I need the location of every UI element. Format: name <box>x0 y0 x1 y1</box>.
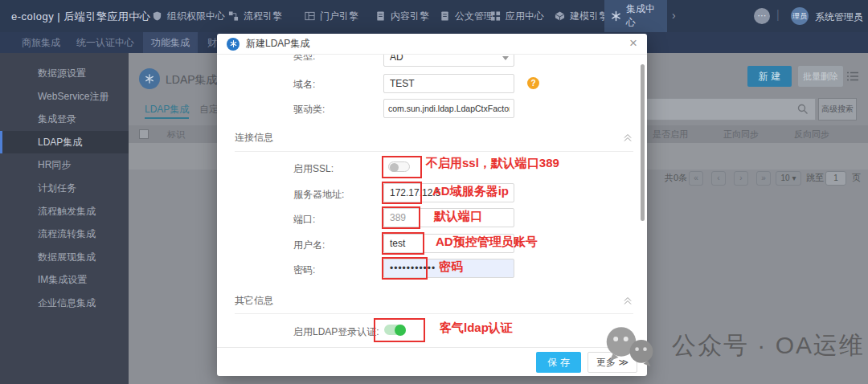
username-label: 用户名: <box>293 239 325 252</box>
avatar[interactable]: 理员 <box>791 7 809 25</box>
sidebar-item-data-display[interactable]: 数据展现集成 <box>0 246 129 269</box>
pagination-last-button[interactable]: » <box>756 171 771 186</box>
batch-delete-button[interactable]: 批量删除 <box>798 66 843 87</box>
column-header-id: 标识 <box>167 129 185 141</box>
new-ldap-modal: 新建LDAP集成 × 类型: 域名: ? 驱动类: 连接信息 启用SSL: 不启… <box>217 34 647 376</box>
jump-page-input[interactable]: 1 <box>825 171 846 186</box>
password-annotation-box <box>382 257 428 280</box>
wechat-icon <box>603 321 661 370</box>
sidebar-item-sso-login[interactable]: 集成登录 <box>0 108 129 131</box>
layout-icon <box>305 10 315 22</box>
new-button[interactable]: 新 建 <box>747 66 792 87</box>
sidebar-item-enterprise-info[interactable]: 企业信息集成 <box>0 292 129 315</box>
save-button[interactable]: 保 存 <box>536 352 581 373</box>
sidebar-item-ldap[interactable]: LDAP集成 <box>0 131 129 154</box>
nav-item-label: 组织权限中心 <box>167 10 225 23</box>
list-settings-icon[interactable] <box>846 71 859 85</box>
sidebar-item-datasource[interactable]: 数据源设置 <box>0 62 129 85</box>
modal-scrollbar[interactable] <box>641 64 645 221</box>
modal-body: 类型: 域名: ? 驱动类: 连接信息 启用SSL: 不启用ssl，默认端口38… <box>217 55 647 347</box>
section-other-title: 其它信息 <box>235 294 273 308</box>
page-size-value: 10 <box>781 174 790 182</box>
nav-item-org-center[interactable]: 组织权限中心 <box>145 0 231 32</box>
column-header-forward-sync: 正向同步 <box>723 129 759 141</box>
ssl-toggle[interactable] <box>388 161 410 172</box>
document-icon <box>375 10 386 22</box>
port-label: 端口: <box>293 213 315 227</box>
help-icon[interactable]: ? <box>527 77 539 89</box>
column-header-reverse-sync: 反向同步 <box>794 129 829 141</box>
nav-item-portal-engine[interactable]: 门户引擎 <box>298 0 365 32</box>
sidebar: 数据源设置 WebService注册 集成登录 LDAP集成 HR同步 计划任务… <box>0 53 129 384</box>
type-select[interactable] <box>383 55 514 67</box>
nav-item-label: 流程引擎 <box>244 10 282 23</box>
nav-item-content-engine[interactable]: 内容引擎 <box>369 0 436 32</box>
ssl-label: 启用SSL: <box>293 162 334 176</box>
pagination-next-button[interactable]: › <box>734 171 748 186</box>
subnav-item-travel[interactable]: 商旅集成 <box>14 32 68 53</box>
nav-back-icon[interactable]: ‹ <box>137 7 141 21</box>
sidebar-item-flow-transfer[interactable]: 流程流转集成 <box>0 223 129 246</box>
document-icon <box>440 10 450 22</box>
toggle-knob <box>390 163 399 172</box>
nav-more-icon[interactable]: › <box>672 9 676 22</box>
pagination-first-button[interactable]: « <box>689 171 703 186</box>
nav-item-app-center[interactable]: 应用中心 <box>484 0 551 32</box>
flow-icon <box>228 10 239 22</box>
nav-item-workflow-engine[interactable]: 流程引擎 <box>222 0 289 32</box>
server-address-label: 服务器地址: <box>293 188 344 202</box>
collapse-up-icon[interactable] <box>623 294 633 308</box>
tab-ldap-integration[interactable]: LDAP集成 <box>145 100 189 119</box>
cube-icon <box>555 10 565 22</box>
nav-item-label: 集成中心 <box>626 2 661 30</box>
password-label: 密码: <box>293 263 315 277</box>
modal-header: 新建LDAP集成 × <box>217 34 647 55</box>
domain-label: 域名: <box>293 78 315 92</box>
sidebar-item-im-settings[interactable]: IM集成设置 <box>0 268 129 292</box>
pagination-total: 共0条 <box>665 172 687 184</box>
ldap-page-icon <box>139 68 160 89</box>
nav-item-label: 内容引擎 <box>391 10 429 23</box>
nav-item-label: 应用中心 <box>506 10 544 23</box>
integration-icon <box>227 38 240 51</box>
section-divider <box>235 313 633 314</box>
pagination-prev-button[interactable]: ‹ <box>711 171 726 186</box>
sidebar-item-webservice[interactable]: WebService注册 <box>0 85 129 108</box>
sidebar-item-flow-trigger[interactable]: 流程触发集成 <box>0 200 129 223</box>
type-label: 类型: <box>293 55 315 63</box>
page-unit-label: 页 <box>852 172 861 184</box>
watermark: 公众号 · OA运维 <box>603 321 865 370</box>
subnav-item-function[interactable]: 功能集成 <box>143 32 198 53</box>
app-window: e-cology | 后端引擎应用中心 ‹ 组织权限中心 流程引擎 门户引擎 内… <box>0 0 868 384</box>
sidebar-item-hr-sync[interactable]: HR同步 <box>0 153 129 177</box>
sidebar-item-scheduled-tasks[interactable]: 计划任务 <box>0 177 129 200</box>
search-icon[interactable] <box>797 104 809 118</box>
column-header-enabled: 是否启用 <box>653 129 688 141</box>
more-options-icon[interactable]: ⋯ <box>754 8 770 24</box>
modal-title: 新建LDAP集成 <box>246 37 309 51</box>
shield-icon <box>152 10 162 22</box>
ssl-annotation: 不启用ssl，默认端口389 <box>426 156 559 171</box>
app-logo: e-cology | 后端引擎应用中心 <box>11 10 150 24</box>
subnav-item-auth-center[interactable]: 统一认证中心 <box>68 32 142 53</box>
collapse-up-icon[interactable] <box>623 131 633 145</box>
modal-footer: 保 存 更多 ≫ <box>217 347 647 376</box>
server-annotation: AD域服务器ip <box>432 184 509 199</box>
driver-class-input[interactable] <box>383 99 514 118</box>
chevron-down-icon <box>502 56 509 60</box>
page-size-select[interactable]: 10 ▾ <box>776 171 801 186</box>
ldap-auth-toggle[interactable] <box>384 325 406 335</box>
username-label[interactable]: 系统管理员 <box>815 10 863 24</box>
nav-item-integration-center[interactable]: 集成中心 <box>604 0 667 32</box>
close-icon[interactable]: × <box>629 35 637 51</box>
select-all-checkbox[interactable] <box>139 129 149 139</box>
section-divider <box>235 151 633 152</box>
top-navbar: e-cology | 后端引擎应用中心 ‹ 组织权限中心 流程引擎 门户引擎 内… <box>0 0 868 32</box>
nav-item-label: 门户引擎 <box>320 10 358 23</box>
advanced-search-button[interactable]: 高级搜索 <box>818 98 857 121</box>
grid-icon <box>490 10 501 22</box>
user-caret-icon[interactable]: ▾ <box>857 10 861 19</box>
nav-item-label: 建模引擎 <box>570 10 608 23</box>
port-annotation-box <box>382 206 420 229</box>
domain-input[interactable] <box>383 74 514 93</box>
